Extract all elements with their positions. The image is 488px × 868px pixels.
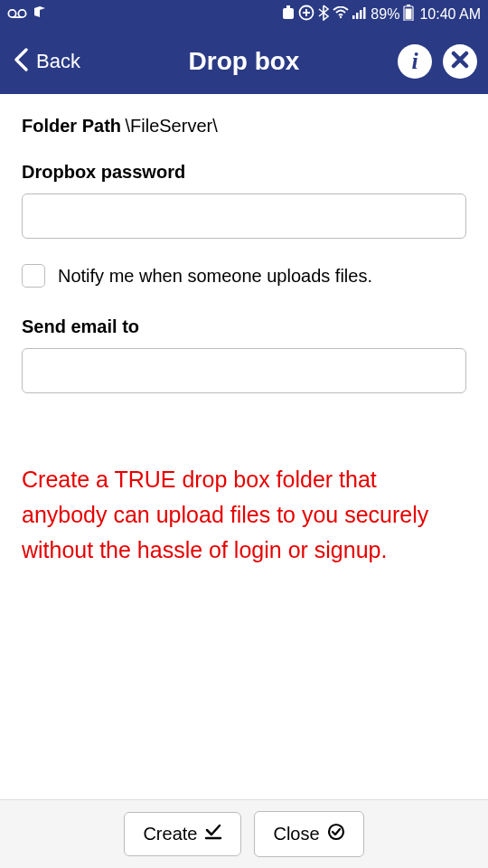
update-icon [298, 5, 314, 24]
status-left [7, 6, 47, 23]
svg-rect-11 [360, 10, 362, 19]
folder-path-row: Folder Path \FileServer\ [22, 116, 466, 137]
system-icon [282, 5, 295, 24]
password-input[interactable] [22, 193, 466, 239]
email-row: Send email to [22, 316, 466, 393]
folder-path-value: \FileServer\ [125, 116, 217, 136]
info-icon: i [411, 50, 418, 73]
close-label: Close [273, 824, 319, 844]
signal-icon [352, 6, 367, 23]
battery-icon [403, 5, 414, 24]
clock-time: 10:40 AM [419, 6, 481, 23]
promo-text: Create a TRUE drop box folder that anybo… [0, 440, 488, 589]
svg-rect-12 [363, 7, 366, 19]
battery-percent: 89% [371, 6, 399, 23]
app-bar: Back Drop box i [0, 29, 488, 94]
notify-label: Notify me when someone uploads files. [58, 266, 372, 287]
form-content: Folder Path \FileServer\ Dropbox passwor… [0, 94, 488, 440]
info-button[interactable]: i [398, 44, 432, 79]
close-icon [450, 50, 470, 73]
svg-point-8 [340, 16, 342, 18]
close-button[interactable]: Close [254, 811, 363, 857]
wifi-icon [333, 6, 349, 23]
email-input[interactable] [22, 348, 466, 393]
check-circle-icon [327, 823, 345, 845]
folder-path-label: Folder Path [22, 116, 121, 136]
svg-point-0 [8, 10, 15, 17]
notify-checkbox[interactable] [22, 264, 45, 288]
create-button[interactable]: Create [124, 812, 241, 856]
svg-rect-15 [406, 9, 412, 20]
check-underline-icon [204, 824, 222, 844]
back-label: Back [36, 50, 80, 73]
svg-rect-4 [286, 5, 290, 9]
svg-rect-9 [352, 15, 355, 19]
chevron-left-icon [11, 46, 33, 77]
status-bar: 89% 10:40 AM [0, 0, 488, 29]
app-notification-icon [33, 6, 47, 23]
password-row: Dropbox password [22, 162, 466, 239]
email-label: Send email to [22, 316, 466, 337]
notify-row: Notify me when someone uploads files. [22, 264, 466, 288]
back-button[interactable]: Back [11, 46, 80, 77]
svg-point-17 [329, 825, 343, 839]
password-label: Dropbox password [22, 162, 466, 183]
voicemail-icon [7, 6, 27, 23]
status-right: 89% 10:40 AM [282, 5, 481, 24]
create-label: Create [143, 824, 197, 844]
footer-bar: Create Close [0, 799, 488, 868]
svg-rect-3 [283, 8, 294, 19]
svg-rect-10 [356, 13, 359, 19]
close-header-button[interactable] [443, 44, 477, 79]
bluetooth-icon [318, 5, 329, 24]
svg-point-1 [18, 10, 25, 17]
